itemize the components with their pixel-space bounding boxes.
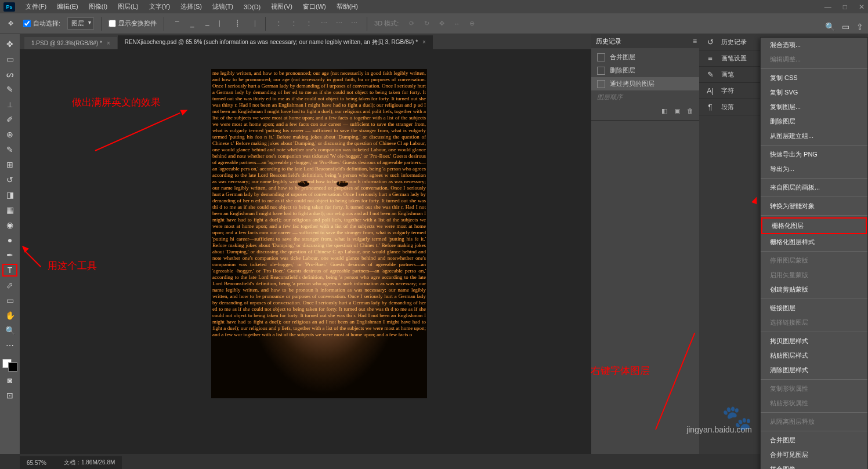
eraser-tool[interactable]: ◨ [2, 188, 17, 201]
document-tabs: 1.PSD @ 92.3%(RGB/8#) *× RENXjiaocheng.p… [20, 34, 591, 49]
zoom-level[interactable]: 65.57% [27, 460, 46, 466]
share-icon[interactable]: ⇪ [856, 22, 863, 31]
close-icon[interactable]: × [107, 40, 110, 46]
align-hcenter-icon[interactable]: ┊ [232, 18, 243, 30]
history-icon: ↺ [705, 38, 715, 46]
ctx-release-isolation: 从隔离图层释放 [761, 415, 867, 429]
ctx-paste-layer-style[interactable]: 粘贴图层样式 [761, 348, 867, 363]
history-item[interactable]: 合并图层 [591, 50, 699, 64]
close-icon[interactable]: × [422, 39, 426, 45]
dist-icon[interactable]: ⋯ [333, 18, 345, 30]
marquee-tool[interactable]: ▭ [2, 53, 17, 66]
screen-mode-tool[interactable]: ⊡ [2, 389, 17, 402]
close-button[interactable]: ✕ [859, 3, 865, 11]
ctx-convert-smart-object[interactable]: 转换为智能对象 [761, 199, 867, 213]
ctx-clear-layer-style[interactable]: 清除图层样式 [761, 363, 867, 377]
menu-select[interactable]: 选择(S) [176, 1, 207, 13]
new-snapshot-icon[interactable]: ▣ [674, 107, 680, 115]
annotation-tool: 用这个工具 [48, 259, 97, 272]
ctx-blending-options[interactable]: 混合选项... [761, 38, 867, 52]
menu-layer[interactable]: 图层(L) [113, 1, 143, 13]
dist-icon[interactable]: ⋯ [318, 18, 330, 30]
dist-icon[interactable]: ⋮ [303, 18, 314, 30]
ctx-artboard-from-layers[interactable]: 来自图层的画板... [761, 180, 867, 195]
ctx-delete-layer[interactable]: 删除图层 [761, 114, 867, 129]
align-right-icon[interactable]: ⎹ [247, 18, 258, 30]
rectangle-tool[interactable]: ▭ [2, 294, 17, 307]
panel-menu-icon[interactable]: ≡ [693, 37, 697, 45]
brush-tool[interactable]: ✎ [2, 143, 17, 156]
create-document-icon[interactable]: ◧ [661, 107, 667, 115]
ctx-copy-layer-style[interactable]: 拷贝图层样式 [761, 334, 867, 348]
layer-icon [597, 80, 605, 88]
quick-mask-tool[interactable]: ◙ [2, 374, 17, 387]
minimize-button[interactable]: — [824, 3, 831, 11]
history-item-dim[interactable]: 图层顺序 [591, 90, 699, 104]
doc-size: 文档：1.86M/26.8M [64, 459, 115, 467]
clone-tool[interactable]: ⊞ [2, 158, 17, 171]
doc-tab-1[interactable]: 1.PSD @ 92.3%(RGB/8#) *× [24, 37, 117, 49]
ctx-duplicate-layer[interactable]: 复制图层... [761, 100, 867, 114]
align-bottom-icon[interactable]: ⎽ [201, 18, 213, 30]
pen-tool[interactable]: ✒ [2, 249, 17, 261]
ctx-rasterize-layer[interactable]: 栅格化图层 [761, 217, 867, 234]
align-top-icon[interactable]: ⎺ [171, 18, 183, 30]
menu-filter[interactable]: 滤镜(T) [208, 1, 238, 13]
ctx-copy-css[interactable]: 复制 CSS [761, 71, 867, 85]
menu-type[interactable]: 文字(Y) [144, 1, 175, 13]
move-tool[interactable]: ✥ [2, 38, 17, 50]
history-item[interactable]: 通过拷贝的图层 [591, 77, 699, 90]
ctx-group-from-layers[interactable]: 从图层建立组... [761, 129, 867, 143]
annotation-fullscreen: 做出满屏英文的效果 [72, 96, 161, 109]
ctx-flatten-image[interactable]: 拼合图像 [761, 462, 867, 469]
document-canvas[interactable]: me legibly written, and how to be pronou… [211, 69, 427, 398]
type-tool[interactable]: T [2, 264, 17, 277]
crop-tool[interactable]: ⟂ [2, 98, 17, 111]
auto-select-check[interactable]: 自动选择: [23, 19, 60, 28]
align-left-icon[interactable]: ⎸ [216, 18, 228, 30]
hand-tool[interactable]: ✋ [2, 309, 17, 322]
menu-help[interactable]: 帮助(H) [332, 1, 363, 13]
toolbox: ✥ ▭ ᔕ ✎ ⟂ ✐ ⊛ ✎ ⊞ ↺ ◨ ▦ ◉ ● ✒ T ⬀ ▭ ✋ 🔍 … [0, 34, 20, 454]
ctx-quick-export-png[interactable]: 快速导出为 PNG [761, 147, 867, 162]
dist-icon[interactable]: ⋯ [348, 18, 360, 30]
menu-edit[interactable]: 编辑(E) [52, 1, 83, 13]
color-swatch[interactable] [2, 359, 17, 372]
delete-icon[interactable]: 🗑 [687, 107, 693, 114]
ctx-link-layers[interactable]: 链接图层 [761, 301, 867, 315]
menu-view[interactable]: 视图(V) [266, 1, 297, 13]
quick-select-tool[interactable]: ✎ [2, 83, 17, 96]
dodge-tool[interactable]: ● [2, 234, 17, 246]
ctx-merge-visible[interactable]: 合并可见图层 [761, 448, 867, 462]
show-transform-check[interactable]: 显示变换控件 [108, 19, 157, 28]
dist-icon[interactable]: ⋮ [288, 18, 299, 30]
eyedropper-tool[interactable]: ✐ [2, 113, 17, 126]
workspace-icon[interactable]: ▭ [842, 22, 849, 31]
lasso-tool[interactable]: ᔕ [2, 68, 17, 81]
ctx-merge-layers[interactable]: 合并图层 [761, 433, 867, 448]
ctx-export-as[interactable]: 导出为... [761, 162, 867, 176]
search-icon[interactable]: 🔍 [825, 22, 835, 31]
ctx-copy-svg[interactable]: 复制 SVG [761, 85, 867, 100]
healing-tool[interactable]: ⊛ [2, 128, 17, 141]
history-item[interactable]: 删除图层 [591, 64, 699, 77]
menu-image[interactable]: 图像(I) [84, 1, 112, 13]
history-tab[interactable]: 历史记录 [596, 37, 621, 46]
auto-select-target[interactable]: 图层 [67, 17, 94, 30]
doc-tab-2[interactable]: RENXjiaocheng.psd @ 65.6% (such informat… [118, 35, 433, 49]
dist-icon[interactable]: ⋮ [273, 18, 284, 30]
zoom-tool[interactable]: 🔍 [2, 324, 17, 337]
menu-3d[interactable]: 3D(D) [239, 2, 265, 12]
ctx-create-clipping-mask[interactable]: 创建剪贴蒙版 [761, 282, 867, 297]
blur-tool[interactable]: ◉ [2, 219, 17, 231]
menu-file[interactable]: 文件(F) [21, 1, 51, 13]
edit-toolbar[interactable]: ⋯ [2, 339, 17, 352]
workspace-controls: 🔍 ▭ ⇪ [825, 16, 863, 37]
history-brush-tool[interactable]: ↺ [2, 173, 17, 186]
path-select-tool[interactable]: ⬀ [2, 279, 17, 292]
maximize-button[interactable]: □ [843, 3, 847, 11]
gradient-tool[interactable]: ▦ [2, 203, 17, 216]
menu-window[interactable]: 窗口(W) [298, 1, 331, 13]
align-vcenter-icon[interactable]: ⎯ [186, 18, 198, 30]
ctx-rasterize-layer-style[interactable]: 栅格化图层样式 [761, 235, 867, 249]
